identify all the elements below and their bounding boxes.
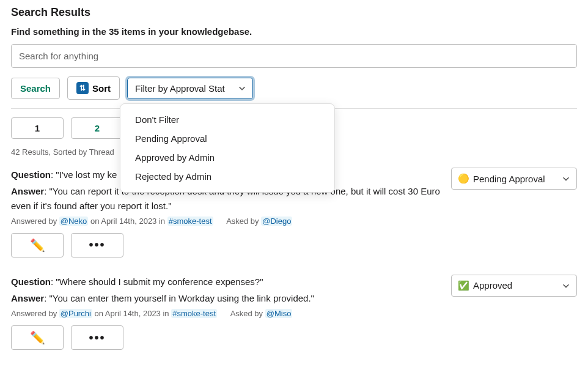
channel-link[interactable]: #smoke-test [171,309,217,318]
search-input[interactable] [11,44,577,68]
asked-by-mention[interactable]: @Miso [265,309,293,318]
filter-dropdown: Don't Filter Pending Approval Approved b… [120,103,335,193]
more-button[interactable]: ••• [71,325,123,350]
filter-current-label: Filter by Approval Stat [135,83,225,94]
page-title: Search Results [11,6,577,19]
filter-option-pending[interactable]: Pending Approval [120,129,334,148]
filter-option-approved[interactable]: Approved by Admin [120,148,334,167]
page-2-button[interactable]: 2 [71,117,123,139]
status-label: Approved [473,280,512,291]
status-select[interactable]: ✅ Approved [451,275,577,297]
channel-link[interactable]: #smoke-test [167,217,213,226]
pencil-icon: ✏️ [30,238,45,253]
chevron-down-icon [562,174,570,183]
pencil-icon: ✏️ [30,330,45,345]
page-1-button[interactable]: 1 [11,117,64,139]
more-button[interactable]: ••• [71,233,123,257]
sort-button[interactable]: ⇅ Sort [67,76,120,100]
asked-by-mention[interactable]: @Diego [261,217,292,226]
status-select[interactable]: 🟡 Pending Approval [451,168,577,190]
result-meta: Answered by @Purchi on April 14th, 2023 … [11,309,444,318]
chevron-down-icon [238,84,246,92]
status-emoji-icon: 🟡 [458,173,469,184]
result-meta: Answered by @Neko on April 14th, 2023 in… [11,217,444,226]
answered-by-mention[interactable]: @Purchi [59,309,92,318]
page-subtitle: Find something in the 35 items in your k… [11,26,577,37]
more-icon: ••• [89,238,105,252]
filter-option-dont-filter[interactable]: Don't Filter [120,110,334,129]
chevron-down-icon [562,281,570,290]
sort-label: Sort [92,83,111,94]
filter-approval-select[interactable]: Filter by Approval Stat [127,78,253,99]
toolbar: Search ⇅ Sort Filter by Approval Stat Do… [11,76,577,109]
result-item: Question: "Where should I submit my conf… [11,275,577,350]
filter-option-rejected[interactable]: Rejected by Admin [120,167,334,186]
answer-line: Answer: "You can enter them yourself in … [11,291,444,305]
edit-button[interactable]: ✏️ [11,233,64,257]
answered-by-mention[interactable]: @Neko [59,217,89,226]
more-icon: ••• [89,331,105,345]
status-label: Pending Approval [473,174,545,184]
status-emoji-icon: ✅ [458,280,469,291]
edit-button[interactable]: ✏️ [11,325,64,350]
question-line: Question: "Where should I submit my conf… [11,275,444,289]
sort-icon: ⇅ [76,82,89,94]
search-button[interactable]: Search [11,78,60,99]
